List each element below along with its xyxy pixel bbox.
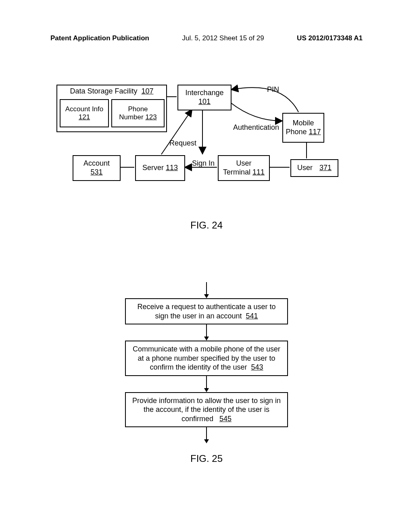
account-ref: 531 [90,168,102,177]
mobile-l1: Mobile [292,119,314,128]
arrow-2-3 [0,376,413,392]
userterm-ref: 111 [252,168,265,176]
acctinfo-ref: 121 [79,113,90,121]
flow-step-3: Provide information to allow the user to… [125,392,288,428]
phonenum-ref: 123 [145,113,156,121]
account-label: Account [83,159,110,168]
phonenum-l1: Phone [128,105,148,113]
box-user-terminal: User Terminal 111 [218,155,270,181]
figure-24-caption: FIG. 24 [0,220,413,231]
step3-ref: 545 [219,415,232,423]
box-account: Account 531 [73,155,121,181]
step1-ref: 541 [246,312,258,320]
userterm-l2: Terminal [223,168,250,176]
figure-25: Receive a request to authenticate a user… [0,282,413,464]
arrow-1-2 [0,324,413,341]
dsf-ref: 107 [142,87,154,95]
page-header: Patent Application Publication Jul. 5, 2… [0,34,413,42]
userterm-l1: User [236,159,251,168]
user-ref: 371 [319,164,332,172]
box-phone-number: Phone Number 123 [111,99,165,127]
box-user: User 371 [290,159,338,177]
step2-ref: 543 [251,363,263,371]
header-center: Jul. 5, 2012 Sheet 15 of 29 [182,34,264,42]
box-data-storage-facility: Data Storage Facility 107 Account Info 1… [56,85,167,132]
server-label: Server [142,164,164,172]
box-account-info: Account Info 121 [60,99,109,127]
acctinfo-label: Account Info [65,105,104,113]
figure-24: Data Storage Facility 107 Account Info 1… [56,85,357,222]
arrow-in [0,282,413,298]
box-mobile-phone: Mobile Phone 117 [282,113,324,143]
arrow-out [0,427,413,443]
server-ref: 113 [166,164,178,172]
box-server: Server 113 [135,155,185,181]
phonenum-l2: Number [119,113,143,121]
box-interchange: Interchange 101 [177,85,232,110]
flow-step-2: Communicate with a mobile phone of the u… [125,341,288,376]
flow-step-1: Receive a request to authenticate a user… [125,298,288,324]
label-signin: Sign In [192,159,215,168]
mobile-l2: Phone [286,128,307,136]
label-pin: PIN [267,85,279,94]
dsf-label: Data Storage Facility [70,87,137,95]
interchange-label: Interchange [185,89,223,98]
figure-25-caption: FIG. 25 [0,453,413,464]
interchange-ref: 101 [198,98,211,106]
header-left: Patent Application Publication [50,34,149,42]
header-right: US 2012/0173348 A1 [297,34,363,42]
step3-text: Provide information to allow the user to… [132,397,281,423]
label-authentication: Authentication [233,123,279,132]
label-request: Request [169,139,196,148]
user-label: User [297,164,313,172]
mobile-ref: 117 [309,128,321,136]
